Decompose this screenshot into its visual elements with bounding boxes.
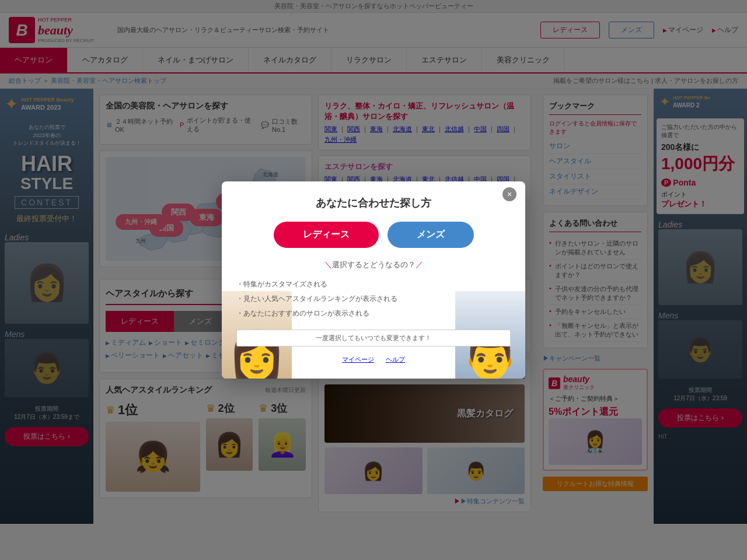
modal-ladies-button[interactable]: レディース: [274, 222, 379, 248]
modal-my-page-link[interactable]: マイページ: [342, 355, 374, 364]
modal-section-title: 選択するとどうなるの？: [236, 260, 511, 270]
modal-features: 特集がカスタマイズされる 見たい人気ヘアスタイルランキングが表示される あなたに…: [236, 277, 511, 321]
modal-mens-button[interactable]: メンズ: [388, 222, 474, 248]
modal-feature-1: 特集がカスタマイズされる: [236, 277, 511, 292]
modal-feature-2: 見たい人気ヘアスタイルランキングが表示される: [236, 292, 511, 306]
modal-gender-buttons: レディース メンズ: [236, 222, 511, 248]
modal-feature-3: あなたにおすすめのサロンが表示される: [236, 306, 511, 321]
modal-title: あなたに合わせた探し方: [236, 196, 511, 210]
modal-help-link[interactable]: ヘルプ: [386, 355, 405, 364]
modal-box: × あなたに合わせた探し方 レディース メンズ 選択するとどうなるの？ 特集がカ…: [222, 181, 525, 379]
modal-content: あなたに合わせた探し方 レディース メンズ 選択するとどうなるの？ 特集がカスタ…: [236, 196, 511, 364]
modal-overlay[interactable]: × あなたに合わせた探し方 レディース メンズ 選択するとどうなるの？ 特集がカ…: [0, 0, 747, 524]
modal-change-note: 一度選択してもいつでも変更できます！: [236, 330, 511, 346]
modal-bottom-links: マイページ ヘルプ: [236, 355, 511, 364]
